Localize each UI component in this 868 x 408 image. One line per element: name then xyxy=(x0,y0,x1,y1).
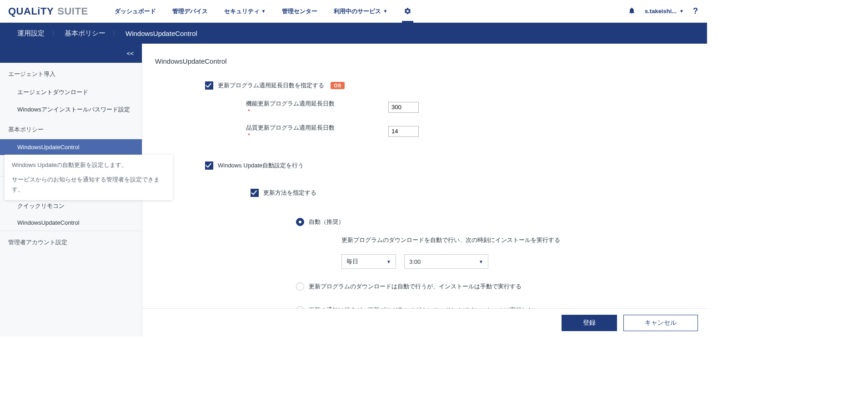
brand-part1: QUALiTY xyxy=(8,5,54,17)
row-feature-defer: 機能更新プログラム適用延長日数* xyxy=(246,100,707,115)
sidebar-section-option[interactable]: オプション機能 xyxy=(0,176,142,197)
checkbox-defer[interactable] xyxy=(205,81,213,90)
brand-logo: QUALiTY SUITE xyxy=(8,5,88,17)
caret-down-icon: ▼ xyxy=(386,259,391,264)
label-defer: 更新プログラム適用延長日数を指定する xyxy=(218,81,324,90)
checkbox-method[interactable] xyxy=(251,189,259,197)
user-name-label: s.takeishi... xyxy=(645,8,677,15)
label-auto: Windows Update自動設定を行う xyxy=(218,161,304,170)
dropdown-schedule-day[interactable]: 毎日 ▼ xyxy=(341,254,396,269)
main-panel: WindowsUpdateControl 更新プログラム適用延長日数を指定する … xyxy=(142,44,707,337)
label-radio-manual: 更新プログラムのダウンロードは自動で行うが、インストールは手動で実行する xyxy=(309,282,522,291)
sidebar-item-agent-download[interactable]: エージェントダウンロード xyxy=(0,84,142,101)
input-quality-defer[interactable] xyxy=(388,126,419,137)
dropdown-schedule-time[interactable]: 3:00 ▼ xyxy=(404,254,488,269)
sidebar-item-wuc2[interactable]: WindowsUpdateControl xyxy=(0,215,142,231)
row-defer: 更新プログラム適用延長日数を指定する OS xyxy=(205,81,707,90)
page-title: WindowsUpdateControl xyxy=(155,57,707,65)
crumb-opsettings[interactable]: 運用設定 xyxy=(17,29,45,38)
sidebar-section-agent[interactable]: エージェント導入 xyxy=(0,63,142,84)
label-feature-defer: 機能更新プログラム適用延長日数* xyxy=(246,100,335,115)
label-method: 更新方法を指定する xyxy=(263,189,316,197)
radio-auto-recommended[interactable] xyxy=(296,218,304,226)
nav-settings[interactable] xyxy=(396,0,420,22)
row-auto: Windows Update自動設定を行う xyxy=(205,161,707,170)
sidebar-collapse[interactable]: << xyxy=(0,44,142,63)
main-nav: ダッシュボード 管理デバイス セキュリティ▼ 管理センター 利用中のサービス▼ xyxy=(106,0,420,22)
nav-admincenter[interactable]: 管理センター xyxy=(274,0,326,22)
gear-icon xyxy=(404,7,411,15)
label-quality-defer: 品質更新プログラム適用延長日数* xyxy=(246,124,335,139)
caret-down-icon: ▼ xyxy=(261,9,266,14)
caret-down-icon: ▼ xyxy=(679,9,684,14)
nav-security-label: セキュリティ xyxy=(224,7,260,15)
row-quality-defer: 品質更新プログラム適用延長日数* xyxy=(246,124,707,139)
desc-radio-auto: 更新プログラムのダウンロードを自動で行い、次の時刻にインストールを実行する xyxy=(341,236,707,244)
sidebar-item-uninstall-pw[interactable]: Windowsアンインストールパスワード設定 xyxy=(0,101,142,118)
caret-down-icon: ▼ xyxy=(383,9,387,14)
checkbox-auto[interactable] xyxy=(205,161,213,170)
top-bar: QUALiTY SUITE ダッシュボード 管理デバイス セキュリティ▼ 管理セ… xyxy=(0,0,707,23)
row-radio-manual-install: 更新プログラムのダウンロードは自動で行うが、インストールは手動で実行する xyxy=(296,282,707,291)
breadcrumb: 運用設定 〉 基本ポリシー 〉 WindowsUpdateControl xyxy=(0,23,707,44)
notifications-button[interactable] xyxy=(628,7,636,16)
radio-manual-install[interactable] xyxy=(296,282,304,291)
row-schedule: 毎日 ▼ 3:00 ▼ xyxy=(341,254,707,269)
action-bar: 登録 キャンセル xyxy=(142,308,707,337)
topbar-right: s.takeishi... ▼ ? xyxy=(628,6,707,16)
bell-icon xyxy=(628,7,636,15)
sidebar-item-wuc[interactable]: WindowsUpdateControl xyxy=(0,139,142,155)
save-button[interactable]: 登録 xyxy=(562,315,617,331)
chevron-right-icon: 〉 xyxy=(52,30,57,37)
dropdown-day-value: 毎日 xyxy=(346,257,358,266)
sidebar-item-quickremote[interactable]: クイックリモコン xyxy=(0,197,142,215)
input-feature-defer[interactable] xyxy=(388,102,419,113)
cancel-button[interactable]: キャンセル xyxy=(623,315,698,331)
dropdown-time-value: 3:00 xyxy=(409,258,421,265)
os-badge: OS xyxy=(331,82,345,89)
crumb-basicpolicy[interactable]: 基本ポリシー xyxy=(65,29,105,38)
row-method: 更新方法を指定する xyxy=(251,189,707,197)
nav-dashboard[interactable]: ダッシュボード xyxy=(106,0,164,22)
nav-services[interactable]: 利用中のサービス▼ xyxy=(326,0,396,22)
brand-part2: SUITE xyxy=(57,5,88,17)
crumb-current: WindowsUpdateControl xyxy=(125,30,197,37)
sidebar: << エージェント導入 エージェントダウンロード Windowsアンインストール… xyxy=(0,44,142,337)
nav-devices[interactable]: 管理デバイス xyxy=(164,0,216,22)
caret-down-icon: ▼ xyxy=(479,259,483,264)
nav-security[interactable]: セキュリティ▼ xyxy=(216,0,274,22)
sidebar-section-basicpolicy[interactable]: 基本ポリシー xyxy=(0,118,142,139)
chevron-right-icon: 〉 xyxy=(113,30,118,37)
user-menu[interactable]: s.takeishi... ▼ xyxy=(645,8,684,15)
sidebar-section-adminacct[interactable]: 管理者アカウント設定 xyxy=(0,231,142,252)
label-radio-auto: 自動（推奨） xyxy=(309,218,344,226)
sidebar-section-notice[interactable]: お知らせ対象者設定 xyxy=(0,155,142,176)
row-radio-auto: 自動（推奨） xyxy=(296,218,707,226)
help-button[interactable]: ? xyxy=(693,6,698,16)
nav-services-label: 利用中のサービス xyxy=(334,7,381,15)
